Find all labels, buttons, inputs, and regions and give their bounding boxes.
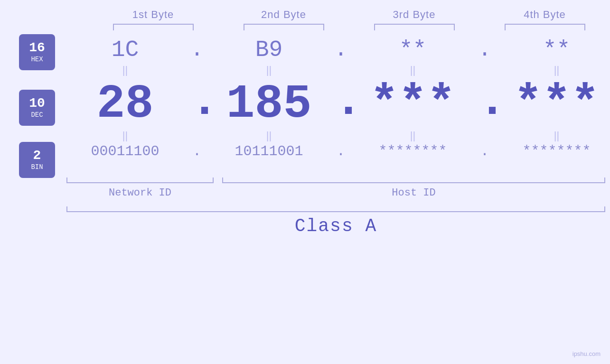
- bottom-brackets: [66, 177, 610, 183]
- bracket-3: [349, 24, 479, 30]
- badge-bin-label: BIN: [31, 163, 43, 171]
- hex-cell-4: **: [491, 37, 610, 63]
- badge-bin: 2 BIN: [19, 142, 55, 178]
- rows-wrapper: 16 HEX 10 DEC 2 BIN: [0, 37, 610, 172]
- hex-dot-3: .: [478, 37, 491, 62]
- badge-hex-label: HEX: [31, 56, 43, 63]
- bin-value-4: ********: [522, 143, 591, 159]
- hex-cell-3: **: [347, 37, 478, 63]
- bin-dot-1: .: [190, 143, 204, 159]
- badge-dec-label: DEC: [31, 111, 43, 119]
- byte-header-3: 3rd Byte: [349, 9, 479, 21]
- badge-bin-number: 2: [33, 149, 41, 162]
- bracket-line-3: [374, 24, 455, 30]
- badge-hex: 16 HEX: [19, 34, 55, 70]
- dec-dot-2: .: [334, 78, 347, 128]
- eq-1-cell-1: ||: [60, 64, 190, 76]
- main-container: 1st Byte 2nd Byte 3rd Byte 4th Byte 16 H…: [0, 0, 610, 364]
- byte-header-1: 1st Byte: [88, 9, 218, 21]
- class-label: Class A: [295, 216, 377, 236]
- badge-hex-number: 16: [29, 41, 45, 55]
- class-label-row: Class A: [66, 216, 605, 236]
- dec-value-3: ***: [370, 77, 455, 131]
- badge-dec-spacer: 10 DEC: [19, 82, 55, 134]
- top-brackets: [0, 24, 610, 30]
- bracket-line-4: [505, 24, 585, 30]
- byte-header-4: 4th Byte: [479, 9, 610, 21]
- bin-cell-4: ********: [491, 143, 610, 159]
- badge-bin-spacer: 2 BIN: [19, 148, 55, 172]
- bottom-section: Network ID Host ID: [0, 177, 610, 199]
- eq-1-cell-4: ||: [491, 64, 610, 76]
- badge-hex-spacer: 16 HEX: [19, 37, 55, 67]
- hex-row: 1C . B9 . ** . **: [60, 37, 610, 63]
- byte-headers-row: 1st Byte 2nd Byte 3rd Byte 4th Byte: [0, 9, 610, 21]
- host-bracket: [222, 177, 605, 183]
- eq-1-cell-3: ||: [347, 64, 478, 76]
- network-bracket: [66, 177, 214, 183]
- bin-value-1: 00011100: [91, 143, 159, 159]
- hex-value-1: 1C: [112, 37, 139, 63]
- bin-dot-2: .: [334, 143, 347, 159]
- bracket-2: [218, 24, 349, 30]
- bin-dot-3: .: [478, 143, 491, 159]
- dec-dot-1: .: [190, 78, 204, 128]
- dec-dot-3: .: [478, 78, 491, 128]
- hex-value-4: **: [543, 37, 571, 63]
- hex-dot-2: .: [334, 37, 347, 62]
- values-stack: 1C . B9 . ** . ** || ||: [60, 37, 610, 172]
- network-id-label: Network ID: [66, 187, 214, 199]
- dec-row: 28 . 185 . *** . ***: [60, 78, 610, 128]
- bottom-labels: Network ID Host ID: [66, 187, 610, 199]
- dec-cell-1: 28: [60, 81, 190, 128]
- bracket-4: [479, 24, 610, 30]
- eq-2-cell-1: ||: [60, 130, 190, 142]
- eq-2-cell-3: ||: [347, 130, 478, 142]
- eq-1-cell-2: ||: [204, 64, 334, 76]
- dec-cell-3: ***: [347, 81, 478, 128]
- bin-value-2: 10111001: [235, 143, 303, 159]
- hex-dot-1: .: [190, 37, 204, 62]
- eq-spacer-1: [19, 67, 55, 82]
- watermark: ipshu.com: [572, 350, 601, 357]
- badge-dec: 10 DEC: [19, 90, 55, 126]
- eq-2-cell-4: ||: [491, 130, 610, 142]
- hex-value-2: B9: [255, 37, 283, 63]
- dec-cell-2: 185: [204, 81, 334, 128]
- bin-cell-1: 00011100: [60, 143, 190, 159]
- host-id-label: Host ID: [222, 187, 605, 199]
- class-section: Class A: [0, 206, 610, 236]
- dec-cell-4: ***: [491, 81, 610, 128]
- bracket-line-1: [113, 24, 194, 30]
- hex-value-3: **: [399, 37, 427, 63]
- dec-value-2: 185: [226, 77, 311, 131]
- class-bracket: [66, 206, 605, 212]
- bin-value-3: ********: [378, 143, 447, 159]
- dec-value-4: ***: [514, 77, 599, 131]
- byte-header-2: 2nd Byte: [218, 9, 349, 21]
- bin-row: 00011100 . 10111001 . ******** . *******…: [60, 143, 610, 159]
- eq-2-cell-2: ||: [204, 130, 334, 142]
- dec-value-1: 28: [96, 77, 153, 131]
- badges-stack: 16 HEX 10 DEC 2 BIN: [19, 37, 55, 172]
- bin-cell-2: 10111001: [204, 143, 334, 159]
- hex-cell-1: 1C: [60, 37, 190, 63]
- badge-dec-number: 10: [29, 97, 45, 110]
- bracket-line-2: [244, 24, 324, 30]
- bracket-1: [88, 24, 218, 30]
- bin-cell-3: ********: [347, 143, 478, 159]
- hex-cell-2: B9: [204, 37, 334, 63]
